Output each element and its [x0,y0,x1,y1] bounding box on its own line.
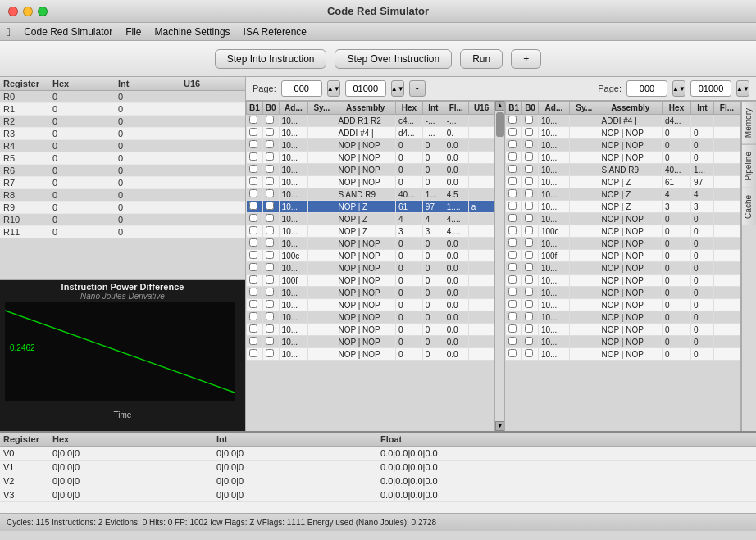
b0-checkbox-r[interactable] [525,288,533,296]
left-page-spinner[interactable]: ▲▼ [327,80,340,97]
b0-checkbox-r[interactable] [525,251,533,259]
b1-checkbox[interactable] [249,116,257,124]
isa-reference-menu[interactable]: ISA Reference [244,26,307,38]
b1-checkbox-r[interactable] [508,312,517,320]
left-addr-input[interactable] [345,80,386,97]
b0-checkbox[interactable] [266,300,274,308]
table-row[interactable]: 10...NOP | NOP00 [506,152,740,164]
table-row[interactable]: 100fNOP | NOP00 [506,250,740,262]
b1-checkbox-r[interactable] [508,275,517,284]
b0-checkbox[interactable] [266,288,274,296]
table-row[interactable]: 10...NOP | NOP00 [506,348,740,361]
table-row[interactable]: 10...S AND R940...1...4.5 [247,188,494,201]
b1-checkbox[interactable] [249,128,257,136]
b1-checkbox-r[interactable] [508,238,517,247]
table-row[interactable]: 10...ADDI #4 |d4...-...0. [247,127,494,139]
b0-checkbox-r[interactable] [525,300,533,308]
table-row[interactable]: 100cNOP | NOP000.0 [247,250,494,262]
table-row[interactable]: 10...NOP | Z444.... [247,213,494,225]
b1-checkbox-r[interactable] [508,189,517,197]
b0-checkbox[interactable] [266,116,274,124]
b1-checkbox-r[interactable] [508,140,517,148]
b0-checkbox-r[interactable] [525,238,533,247]
minus-button[interactable]: - [409,80,426,97]
table-row[interactable]: 10...NOP | NOP000.0 [247,324,494,336]
b0-checkbox-r[interactable] [525,140,533,148]
table-row[interactable]: 10...NOP | NOP000.0 [247,139,494,152]
b0-checkbox-r[interactable] [525,312,533,320]
b0-checkbox[interactable] [266,324,274,333]
table-row[interactable]: 10...NOP | NOP000.0 [247,348,494,361]
b1-checkbox[interactable] [249,140,257,148]
table-row[interactable]: 10...NOP | NOP000.0 [247,299,494,311]
b1-checkbox[interactable] [249,337,257,345]
left-page-input[interactable] [281,80,322,97]
b0-checkbox[interactable] [266,263,274,271]
b1-checkbox-r[interactable] [508,165,517,173]
table-row[interactable]: 10...NOP | Z6197 [506,176,740,188]
table-row[interactable]: 10...NOP | NOP000.0 [247,176,494,188]
b0-checkbox-r[interactable] [525,177,533,185]
b1-checkbox-r[interactable] [508,288,517,296]
b1-checkbox[interactable] [249,324,257,333]
machine-settings-menu[interactable]: Machine Settings [155,26,230,38]
step-over-button[interactable]: Step Over Instruction [335,49,452,69]
b1-checkbox-r[interactable] [508,263,517,271]
b1-checkbox[interactable] [249,226,257,234]
b1-checkbox-r[interactable] [508,177,517,185]
b0-checkbox-r[interactable] [525,226,533,234]
minimize-button[interactable] [23,7,33,16]
table-row[interactable]: 10...NOP | Z44 [506,188,740,201]
b0-checkbox[interactable] [266,226,274,234]
b0-checkbox-r[interactable] [525,263,533,271]
app-menu[interactable]: Code Red Simulator [24,26,112,38]
b0-checkbox-r[interactable] [525,275,533,284]
table-row[interactable]: 10...NOP | NOP000.0 [247,152,494,164]
b0-checkbox[interactable] [266,165,274,173]
table-row[interactable]: 10...NOP | NOP00 [506,311,740,324]
table-row[interactable]: 10...NOP | NOP000.0 [247,164,494,176]
table-row[interactable]: 10...NOP | NOP00 [506,336,740,348]
table-row[interactable]: 10...NOP | NOP00 [506,324,740,336]
b1-checkbox-r[interactable] [508,128,517,136]
table-row[interactable]: 10...NOP | NOP000.0 [247,262,494,275]
table-row[interactable]: 10...NOP | NOP00 [506,299,740,311]
scroll-thumb[interactable] [496,112,504,137]
b1-checkbox[interactable] [249,349,257,357]
b0-checkbox[interactable] [266,337,274,345]
close-button[interactable] [8,7,18,16]
b1-checkbox[interactable] [249,300,257,308]
scroll-up-arrow[interactable]: ▲ [495,101,505,111]
cache-tab[interactable]: Cache [742,188,756,225]
right-page-spinner[interactable]: ▲▼ [672,80,685,97]
b1-checkbox[interactable] [249,275,257,284]
b1-checkbox-r[interactable] [508,202,517,210]
b0-checkbox[interactable] [266,275,274,284]
b1-checkbox-r[interactable] [508,226,517,234]
b1-checkbox-r[interactable] [508,337,517,345]
table-row[interactable]: 10...NOP | NOP00 [506,213,740,225]
b1-checkbox[interactable] [249,165,257,173]
b1-checkbox[interactable] [249,214,257,222]
b1-checkbox[interactable] [249,263,257,271]
b0-checkbox[interactable] [266,189,274,197]
b0-checkbox[interactable] [266,349,274,357]
table-row[interactable]: 10...S AND R940...1... [506,164,740,176]
table-row[interactable]: 100fNOP | NOP000.0 [247,275,494,287]
left-table-scrollbar[interactable]: ▲ ▼ [494,101,504,431]
b0-checkbox-r[interactable] [525,152,533,161]
table-row[interactable]: 10...NOP | NOP00 [506,287,740,299]
step-into-button[interactable]: Step Into Instruction [215,49,327,69]
b0-checkbox-r[interactable] [525,165,533,173]
right-page-input[interactable] [626,80,667,97]
table-row[interactable]: 10...NOP | NOP00 [506,275,740,287]
scroll-down-arrow[interactable]: ▼ [495,421,505,431]
b0-checkbox[interactable] [266,238,274,247]
right-addr-input[interactable] [690,80,731,97]
b0-checkbox[interactable] [266,251,274,259]
plus-button[interactable]: + [511,49,541,69]
b0-checkbox[interactable] [266,128,274,136]
b1-checkbox-r[interactable] [508,116,517,124]
b0-checkbox-r[interactable] [525,202,533,210]
b1-checkbox[interactable] [249,288,257,296]
